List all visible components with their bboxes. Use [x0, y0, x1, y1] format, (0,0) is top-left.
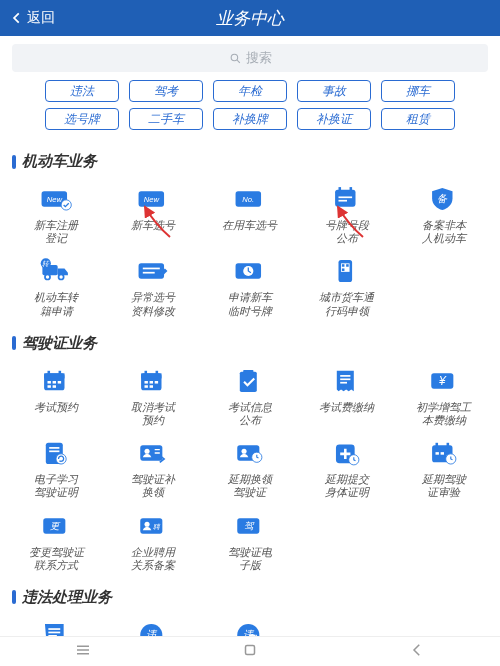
id-pin-icon: 聘 [133, 508, 173, 544]
svg-rect-27 [346, 265, 349, 268]
back-label: 返回 [27, 9, 55, 27]
calendar-icon [36, 363, 76, 399]
yen-card-icon: ¥ [424, 363, 464, 399]
service-item[interactable]: 驾驶证补换领 [105, 435, 202, 499]
doc-check-icon [230, 363, 270, 399]
plate-edit-icon [133, 253, 173, 289]
filter-chip[interactable]: 驾考 [129, 80, 203, 102]
nav-menu-button[interactable] [74, 641, 92, 663]
service-item[interactable]: 号牌号段公布 [298, 181, 395, 245]
filter-chip[interactable]: 违法 [45, 80, 119, 102]
service-item[interactable]: 驾驾驶证电子版 [202, 508, 299, 572]
svg-rect-86 [245, 645, 254, 654]
service-item[interactable]: New新车注册登记 [8, 181, 105, 245]
receipt-big-icon [36, 617, 76, 636]
service-label: 变更驾驶证联系方式 [29, 546, 84, 572]
service-label: 考试信息公布 [228, 401, 272, 427]
svg-rect-21 [143, 272, 155, 274]
truck-zhuan-icon: 转 [36, 253, 76, 289]
svg-rect-26 [342, 265, 345, 268]
svg-rect-33 [48, 381, 51, 384]
service-item[interactable]: 城市货车通行码申领 [298, 253, 395, 317]
svg-rect-30 [44, 373, 64, 378]
svg-rect-37 [53, 385, 56, 388]
service-item[interactable]: 延期提交身体证明 [298, 435, 395, 499]
filter-chip[interactable]: 年检 [213, 80, 287, 102]
service-item[interactable]: 考试预约 [8, 363, 105, 427]
service-item[interactable]: 违 [105, 617, 202, 636]
system-nav [0, 636, 500, 666]
circle-wei-search-icon: 违 [133, 617, 173, 636]
svg-rect-48 [243, 370, 253, 374]
svg-rect-41 [156, 371, 159, 376]
service-item[interactable]: No.在用车选号 [202, 181, 299, 245]
page-title: 业务中心 [0, 7, 500, 30]
search-placeholder: 搜索 [246, 49, 272, 67]
service-item[interactable]: 延期换领驾驶证 [202, 435, 299, 499]
nav-back-button[interactable] [408, 641, 426, 663]
id-arrow-icon [133, 435, 173, 471]
service-label: 考试费缴纳 [319, 401, 374, 427]
filter-chip[interactable]: 选号牌 [45, 108, 119, 130]
plate-new-check-icon: New [36, 181, 76, 217]
nav-home-button[interactable] [241, 641, 259, 663]
badge-note-icon [327, 181, 367, 217]
svg-rect-47 [240, 371, 257, 391]
svg-point-0 [231, 54, 238, 61]
filter-chip[interactable]: 挪车 [381, 80, 455, 102]
svg-rect-50 [340, 378, 350, 380]
svg-rect-43 [150, 381, 153, 384]
filter-chip[interactable]: 二手车 [129, 108, 203, 130]
service-label: 在用车选号 [222, 219, 277, 245]
chevron-left-icon [10, 11, 24, 25]
plate-clock-icon [230, 253, 270, 289]
service-item[interactable]: 转机动车转籍申请 [8, 253, 105, 317]
service-item[interactable]: 聘企业聘用关系备案 [105, 508, 202, 572]
svg-rect-42 [145, 381, 148, 384]
svg-rect-34 [53, 381, 56, 384]
svg-point-61 [241, 449, 246, 454]
svg-rect-36 [48, 385, 51, 388]
filter-chips: 违法驾考年检事故挪车选号牌二手车补换牌补换证租赁 [0, 80, 500, 142]
svg-rect-46 [150, 385, 153, 388]
svg-rect-45 [145, 385, 148, 388]
back-button[interactable]: 返回 [10, 9, 55, 27]
service-item[interactable]: 申请新车临时号牌 [202, 253, 299, 317]
service-item[interactable]: 违 [202, 617, 299, 636]
filter-chip[interactable]: 租赁 [381, 108, 455, 130]
service-label: 电子学习驾驶证明 [34, 473, 78, 499]
doc-e-icon [36, 435, 76, 471]
svg-rect-51 [340, 382, 347, 384]
service-item[interactable]: 电子学习驾驶证明 [8, 435, 105, 499]
service-label: 备案非本人机动车 [422, 219, 466, 245]
search-input[interactable]: 搜索 [12, 44, 488, 72]
service-item[interactable]: 取消考试预约 [105, 363, 202, 427]
svg-point-16 [59, 275, 64, 280]
card-geng-icon: 更 [36, 508, 76, 544]
service-label: 申请新车临时号牌 [228, 291, 272, 317]
svg-rect-56 [50, 451, 60, 453]
service-item[interactable]: New新车选号 [105, 181, 202, 245]
service-item[interactable]: 延期驾驶证审验 [395, 435, 492, 499]
header: 返回 业务中心 [0, 0, 500, 36]
filter-chip[interactable]: 补换牌 [213, 108, 287, 130]
service-item[interactable]: 考试信息公布 [202, 363, 299, 427]
service-label: 取消考试预约 [131, 401, 175, 427]
section-header: 驾驶证业务 [0, 324, 500, 359]
service-item[interactable]: ¥初学增驾工本费缴纳 [395, 363, 492, 427]
service-item[interactable]: 考试费缴纳 [298, 363, 395, 427]
service-item[interactable] [8, 617, 105, 636]
svg-rect-20 [143, 268, 160, 270]
svg-point-74 [145, 521, 150, 526]
service-item[interactable]: 更变更驾驶证联系方式 [8, 508, 105, 572]
filter-chip[interactable]: 补换证 [297, 108, 371, 130]
service-item[interactable]: 备备案非本人机动车 [395, 181, 492, 245]
service-label: 延期提交身体证明 [325, 473, 369, 499]
svg-rect-28 [342, 269, 345, 272]
service-item[interactable]: 异常选号资料修改 [105, 253, 202, 317]
svg-point-15 [45, 275, 50, 280]
id-jia-icon: 驾 [230, 508, 270, 544]
plate-no-icon: No. [230, 181, 270, 217]
filter-chip[interactable]: 事故 [297, 80, 371, 102]
circle-wei-reload-icon: 违 [230, 617, 270, 636]
